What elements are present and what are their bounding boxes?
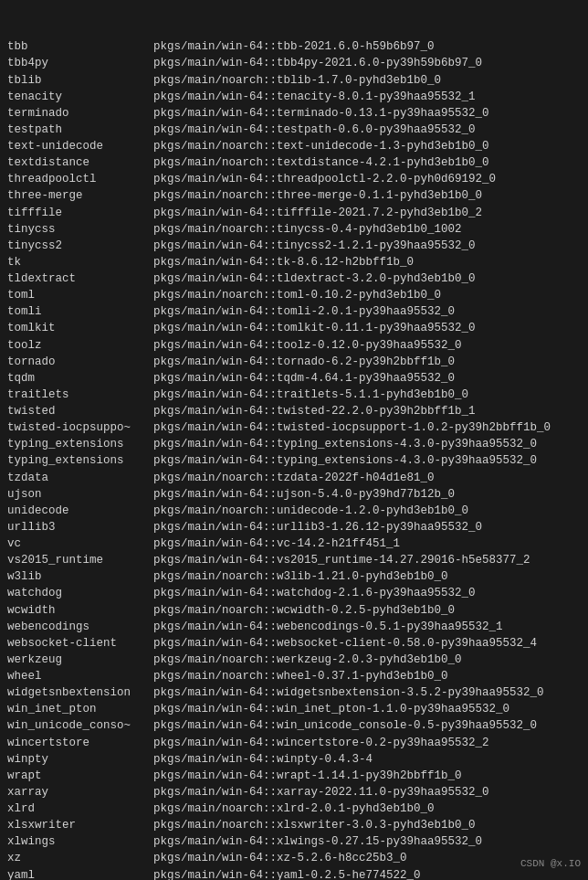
list-item: tinycss2pkgs/main/win-64::tinycss2-1.2.1… — [7, 238, 581, 254]
package-path: pkgs/main/win-64::wincertstore-0.2-py39h… — [153, 735, 489, 751]
list-item: tblibpkgs/main/noarch::tblib-1.7.0-pyhd3… — [7, 72, 581, 89]
package-name: typing_extensions — [7, 452, 153, 469]
package-name: text-unidecode — [7, 138, 153, 154]
package-name: threadpoolctl — [7, 171, 153, 187]
package-name: toolz — [7, 337, 153, 354]
package-name: yaml — [7, 867, 153, 881]
list-item: tomlipkgs/main/win-64::tomli-2.0.1-py39h… — [7, 303, 581, 320]
list-item: watchdogpkgs/main/win-64::watchdog-2.1.6… — [7, 585, 581, 601]
list-item: xlsxwriterpkgs/main/noarch::xlsxwriter-3… — [7, 817, 581, 833]
list-item: yamlpkgs/main/win-64::yaml-0.2.5-he77452… — [7, 867, 581, 881]
package-name: widgetsnbextension — [7, 684, 153, 701]
package-path: pkgs/main/win-64::ujson-5.4.0-py39hd77b1… — [153, 486, 455, 503]
list-item: terminadopkgs/main/win-64::terminado-0.1… — [7, 105, 581, 122]
package-name: xlsxwriter — [7, 817, 153, 833]
package-path: pkgs/main/win-64::yaml-0.2.5-he774522_0 — [153, 867, 421, 881]
list-item: urllib3pkgs/main/win-64::urllib3-1.26.12… — [7, 519, 581, 535]
package-name: tifffile — [7, 205, 153, 221]
package-name: tornado — [7, 354, 153, 370]
package-name: tqdm — [7, 370, 153, 387]
terminal-output: tbbpkgs/main/win-64::tbb-2021.6.0-h59b6b… — [7, 5, 581, 880]
package-name: webencodings — [7, 619, 153, 635]
package-path: pkgs/main/noarch::xlsxwriter-3.0.3-pyhd3… — [153, 817, 476, 833]
list-item: text-unidecodepkgs/main/noarch::text-uni… — [7, 138, 581, 154]
list-item: tzdatapkgs/main/noarch::tzdata-2022f-h04… — [7, 470, 581, 486]
package-path: pkgs/main/win-64::tldextract-3.2.0-pyhd3… — [153, 270, 476, 287]
package-path: pkgs/main/noarch::w3lib-1.21.0-pyhd3eb1b… — [153, 568, 448, 585]
list-item: win_inet_ptonpkgs/main/win-64::win_inet_… — [7, 701, 581, 717]
list-item: tldextractpkgs/main/win-64::tldextract-3… — [7, 270, 581, 287]
package-name: w3lib — [7, 568, 153, 585]
package-path: pkgs/main/win-64::tbb-2021.6.0-h59b6b97_… — [153, 38, 435, 55]
list-item: tomlpkgs/main/noarch::toml-0.10.2-pyhd3e… — [7, 287, 581, 303]
package-path: pkgs/main/win-64::tqdm-4.64.1-py39haa955… — [153, 370, 455, 387]
package-name: tzdata — [7, 470, 153, 486]
list-item: tornadopkgs/main/win-64::tornado-6.2-py3… — [7, 354, 581, 370]
list-item: tomlkitpkgs/main/win-64::tomlkit-0.11.1-… — [7, 320, 581, 336]
list-item: wraptpkgs/main/win-64::wrapt-1.14.1-py39… — [7, 768, 581, 784]
package-path: pkgs/main/win-64::terminado-0.13.1-py39h… — [153, 105, 489, 122]
package-path: pkgs/main/noarch::textdistance-4.2.1-pyh… — [153, 154, 489, 171]
list-item: unidecodepkgs/main/noarch::unidecode-1.2… — [7, 503, 581, 519]
package-path: pkgs/main/noarch::three-merge-0.1.1-pyhd… — [153, 187, 482, 204]
package-name: tldextract — [7, 270, 153, 287]
package-name: vc — [7, 535, 153, 552]
list-item: xzpkgs/main/win-64::xz-5.2.6-h8cc25b3_0 — [7, 850, 581, 866]
package-path: pkgs/main/noarch::tblib-1.7.0-pyhd3eb1b0… — [153, 72, 441, 89]
package-name: tblib — [7, 72, 153, 89]
package-name: unidecode — [7, 503, 153, 519]
list-item: testpathpkgs/main/win-64::testpath-0.6.0… — [7, 122, 581, 138]
package-path: pkgs/main/win-64::wrapt-1.14.1-py39h2bbf… — [153, 768, 462, 784]
package-path: pkgs/main/win-64::tenacity-8.0.1-py39haa… — [153, 89, 476, 105]
package-name: testpath — [7, 122, 153, 138]
watermark-text: CSDN @x.IO — [520, 858, 581, 869]
package-name: winpty — [7, 751, 153, 768]
package-name: textdistance — [7, 154, 153, 171]
package-path: pkgs/main/win-64::websocket-client-0.58.… — [153, 635, 537, 652]
package-path: pkgs/main/win-64::tifffile-2021.7.2-pyhd… — [153, 205, 482, 221]
list-item: ujsonpkgs/main/win-64::ujson-5.4.0-py39h… — [7, 486, 581, 503]
package-path: pkgs/main/win-64::traitlets-5.1.1-pyhd3e… — [153, 387, 468, 403]
package-path: pkgs/main/noarch::toml-0.10.2-pyhd3eb1b0… — [153, 287, 441, 303]
list-item: winptypkgs/main/win-64::winpty-0.4.3-4 — [7, 751, 581, 768]
package-name: tomlkit — [7, 320, 153, 336]
package-path: pkgs/main/noarch::tzdata-2022f-h04d1e81_… — [153, 470, 435, 486]
package-name: win_inet_pton — [7, 701, 153, 717]
package-name: three-merge — [7, 187, 153, 204]
list-item: xlwingspkgs/main/win-64::xlwings-0.27.15… — [7, 833, 581, 850]
package-name: websocket-client — [7, 635, 153, 652]
package-path: pkgs/main/win-64::win_unicode_console-0.… — [153, 717, 537, 734]
list-item: three-mergepkgs/main/noarch::three-merge… — [7, 187, 581, 204]
package-path: pkgs/main/win-64::tbb4py-2021.6.0-py39h5… — [153, 55, 482, 71]
list-item: tinycsspkgs/main/noarch::tinycss-0.4-pyh… — [7, 221, 581, 238]
list-item: wcwidthpkgs/main/noarch::wcwidth-0.2.5-p… — [7, 602, 581, 619]
package-name: werkzeug — [7, 652, 153, 668]
package-path: pkgs/main/win-64::xlwings-0.27.15-py39ha… — [153, 833, 482, 850]
list-item: websocket-clientpkgs/main/win-64::websoc… — [7, 635, 581, 652]
package-name: terminado — [7, 105, 153, 122]
list-item: vcpkgs/main/win-64::vc-14.2-h21ff451_1 — [7, 535, 581, 552]
package-path: pkgs/main/win-64::testpath-0.6.0-py39haa… — [153, 122, 476, 138]
package-name: tinycss2 — [7, 238, 153, 254]
package-name: toml — [7, 287, 153, 303]
list-item: widgetsnbextensionpkgs/main/win-64::widg… — [7, 684, 581, 701]
package-path: pkgs/main/noarch::xlrd-2.0.1-pyhd3eb1b0_… — [153, 800, 435, 817]
package-name: win_unicode_conso~ — [7, 717, 153, 734]
package-name: tinycss — [7, 221, 153, 238]
package-name: xlwings — [7, 833, 153, 850]
list-item: tqdmpkgs/main/win-64::tqdm-4.64.1-py39ha… — [7, 370, 581, 387]
package-name: wcwidth — [7, 602, 153, 619]
package-path: pkgs/main/win-64::vc-14.2-h21ff451_1 — [153, 535, 400, 552]
package-path: pkgs/main/win-64::tk-8.6.12-h2bbff1b_0 — [153, 254, 414, 270]
package-path: pkgs/main/win-64::urllib3-1.26.12-py39ha… — [153, 519, 482, 535]
package-name: xz — [7, 850, 153, 866]
package-path: pkgs/main/win-64::webencodings-0.5.1-py3… — [153, 619, 503, 635]
package-path: pkgs/main/win-64::win_inet_pton-1.1.0-py… — [153, 701, 509, 717]
package-path: pkgs/main/noarch::unidecode-1.2.0-pyhd3e… — [153, 503, 468, 519]
package-name: tbb — [7, 38, 153, 55]
package-name: tbb4py — [7, 55, 153, 71]
package-name: watchdog — [7, 585, 153, 601]
package-name: wrapt — [7, 768, 153, 784]
list-item: toolzpkgs/main/win-64::toolz-0.12.0-py39… — [7, 337, 581, 354]
list-item: twisted-iocpsuppo~pkgs/main/win-64::twis… — [7, 419, 581, 436]
